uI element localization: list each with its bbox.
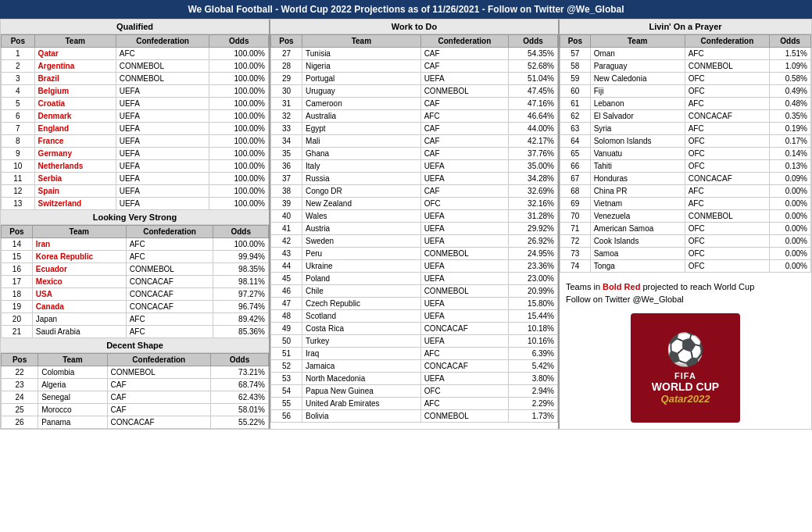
team-cell: Belgium bbox=[34, 85, 116, 98]
pos-cell: 67 bbox=[560, 173, 591, 185]
col-team: Team bbox=[32, 226, 126, 238]
conf-cell: UEFA bbox=[116, 198, 209, 210]
table-row: 62El SalvadorCONCACAF0.35% bbox=[560, 110, 811, 123]
team-cell: Samoa bbox=[590, 248, 685, 260]
table-row: 1QatarAFC100.00% bbox=[2, 48, 269, 60]
team-cell: Honduras bbox=[590, 173, 685, 185]
pos-cell: 73 bbox=[560, 248, 591, 260]
pos-cell: 9 bbox=[2, 148, 35, 160]
team-cell: Costa Rica bbox=[302, 323, 421, 335]
conf-cell: OFC bbox=[685, 223, 769, 235]
odds-cell: 96.74% bbox=[213, 301, 269, 313]
conf-cell: OFC bbox=[685, 160, 769, 173]
odds-cell: 58.01% bbox=[210, 404, 268, 416]
team-cell: Sweden bbox=[302, 235, 421, 248]
header-title: We Global Football - World Cup 2022 Proj… bbox=[188, 4, 624, 15]
odds-cell: 0.09% bbox=[770, 173, 811, 185]
pos-cell: 29 bbox=[271, 73, 302, 85]
team-cell: Paraguay bbox=[590, 60, 685, 73]
qualified-header: Qualified bbox=[1, 20, 269, 34]
odds-cell: 0.17% bbox=[770, 135, 811, 148]
team-cell: Saudi Arabia bbox=[32, 326, 126, 338]
odds-cell: 32.69% bbox=[509, 185, 558, 198]
team-cell: England bbox=[34, 123, 116, 135]
odds-cell: 0.00% bbox=[770, 185, 811, 198]
odds-cell: 37.76% bbox=[509, 148, 558, 160]
odds-cell: 73.21% bbox=[210, 366, 268, 379]
pos-cell: 31 bbox=[271, 98, 302, 110]
odds-cell: 47.45% bbox=[509, 85, 558, 98]
conf-cell: CAF bbox=[420, 98, 508, 110]
conf-cell: CAF bbox=[420, 48, 508, 60]
table-row: 56BoliviaCONMEBOL1.73% bbox=[271, 410, 558, 423]
conf-cell: AFC bbox=[685, 123, 769, 135]
pos-cell: 18 bbox=[2, 288, 33, 301]
team-cell: Tonga bbox=[590, 260, 685, 273]
col-pos: Pos bbox=[560, 35, 591, 48]
odds-cell: 44.00% bbox=[509, 123, 558, 135]
team-cell: Algeria bbox=[38, 379, 107, 391]
team-cell: Argentina bbox=[34, 60, 116, 73]
table-row: 38Congo DRCAF32.69% bbox=[271, 185, 558, 198]
table-row: 40WalesUEFA31.28% bbox=[271, 210, 558, 223]
pos-cell: 61 bbox=[560, 98, 591, 110]
team-cell: Peru bbox=[302, 248, 421, 260]
pos-cell: 40 bbox=[271, 210, 302, 223]
team-cell: Iran bbox=[32, 238, 126, 251]
col-conf: Confederation bbox=[685, 35, 769, 48]
odds-cell: 62.43% bbox=[210, 391, 268, 404]
pos-cell: 22 bbox=[2, 366, 38, 379]
pos-cell: 44 bbox=[271, 260, 302, 273]
table-row: 16EcuadorCONMEBOL98.35% bbox=[2, 263, 269, 276]
livin-prayer-header: Livin' On a Prayer bbox=[560, 20, 811, 34]
pos-cell: 12 bbox=[2, 185, 35, 198]
odds-cell: 100.00% bbox=[209, 60, 269, 73]
pos-cell: 11 bbox=[2, 173, 35, 185]
team-cell: New Zealand bbox=[302, 198, 421, 210]
table-row: 68China PRAFC0.00% bbox=[560, 185, 811, 198]
qatar-text: Qatar2022 bbox=[661, 393, 710, 405]
pos-cell: 72 bbox=[560, 235, 591, 248]
table-row: 35GhanaCAF37.76% bbox=[271, 148, 558, 160]
conf-cell: OFC bbox=[420, 198, 508, 210]
odds-cell: 98.11% bbox=[213, 276, 269, 288]
conf-cell: CONMEBOL bbox=[116, 60, 209, 73]
team-cell: Korea Republic bbox=[32, 251, 126, 263]
conf-cell: AFC bbox=[126, 313, 213, 326]
looking-strong-section: Looking Very Strong Pos Team Confederati… bbox=[1, 210, 269, 338]
odds-cell: 0.00% bbox=[770, 260, 811, 273]
conf-cell: UEFA bbox=[116, 173, 209, 185]
conf-cell: CAF bbox=[107, 379, 210, 391]
table-row: 39New ZealandOFC32.16% bbox=[271, 198, 558, 210]
pos-cell: 54 bbox=[271, 385, 302, 398]
team-cell: Spain bbox=[34, 185, 116, 198]
odds-cell: 24.95% bbox=[509, 248, 558, 260]
pos-cell: 68 bbox=[560, 185, 591, 198]
pos-cell: 43 bbox=[271, 248, 302, 260]
col-conf: Confederation bbox=[420, 35, 508, 48]
conf-cell: CONMEBOL bbox=[116, 73, 209, 85]
col-odds: Odds bbox=[210, 354, 268, 366]
odds-cell: 46.64% bbox=[509, 110, 558, 123]
odds-cell: 26.92% bbox=[509, 235, 558, 248]
table-row: 22ColombiaCONMEBOL73.21% bbox=[2, 366, 269, 379]
conf-cell: AFC bbox=[126, 251, 213, 263]
team-cell: Brazil bbox=[34, 73, 116, 85]
table-row: 26PanamaCONCACAF55.22% bbox=[2, 416, 269, 429]
team-cell: Fiji bbox=[590, 85, 685, 98]
team-cell: Iraq bbox=[302, 348, 421, 360]
conf-cell: OFC bbox=[685, 85, 769, 98]
odds-cell: 100.00% bbox=[209, 73, 269, 85]
team-cell: Scotland bbox=[302, 310, 421, 323]
table-row: 17MexicoCONCACAF98.11% bbox=[2, 276, 269, 288]
col-odds: Odds bbox=[770, 35, 811, 48]
work-to-do-header: Work to Do bbox=[270, 20, 558, 34]
pos-cell: 69 bbox=[560, 198, 591, 210]
odds-cell: 100.00% bbox=[209, 48, 269, 60]
conf-cell: UEFA bbox=[420, 373, 508, 385]
conf-cell: CONCACAF bbox=[107, 416, 210, 429]
livin-prayer-section: Livin' On a Prayer Pos Team Confederatio… bbox=[560, 20, 811, 276]
table-row: 9GermanyUEFA100.00% bbox=[2, 148, 269, 160]
team-cell: Morocco bbox=[38, 404, 107, 416]
table-row: 31CameroonCAF47.16% bbox=[271, 98, 558, 110]
